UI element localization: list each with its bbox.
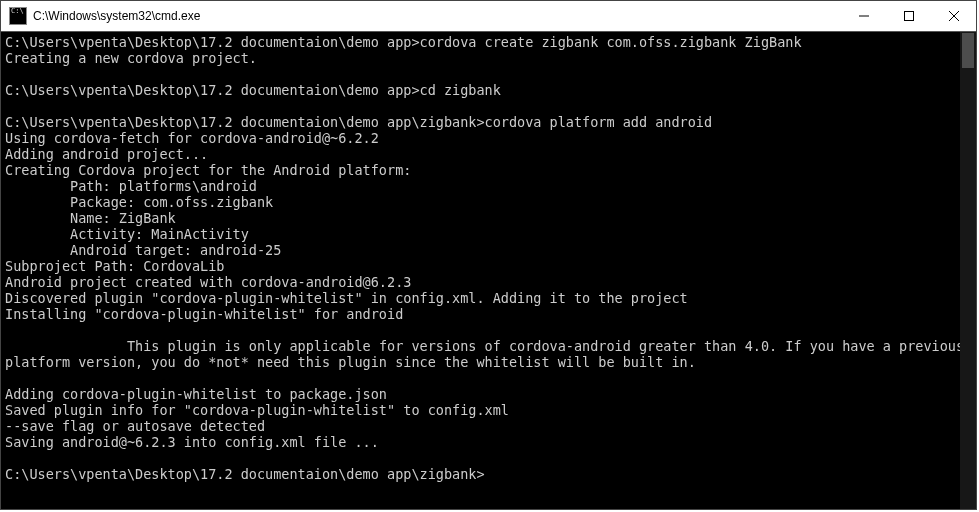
- output-line: Android target: android-25: [5, 242, 281, 258]
- cmd-icon: [9, 7, 27, 25]
- output-line: Name: ZigBank: [5, 210, 176, 226]
- output-line: Adding cordova-plugin-whitelist to packa…: [5, 386, 387, 402]
- window-controls: [841, 1, 976, 31]
- prompt: C:\Users\vpenta\Desktop\17.2 documentaio…: [5, 82, 420, 98]
- prompt: C:\Users\vpenta\Desktop\17.2 documentaio…: [5, 114, 485, 130]
- minimize-button[interactable]: [841, 1, 886, 31]
- output-line: Installing "cordova-plugin-whitelist" fo…: [5, 306, 403, 322]
- output-line: Creating a new cordova project.: [5, 50, 257, 66]
- output-line: Saving android@~6.2.3 into config.xml fi…: [5, 434, 379, 450]
- output-line: Package: com.ofss.zigbank: [5, 194, 273, 210]
- output-line: Subproject Path: CordovaLib: [5, 258, 224, 274]
- output-line: Path: platforms\android: [5, 178, 257, 194]
- command-text: cordova create zigbank com.ofss.zigbank …: [420, 34, 802, 50]
- command-text: cordova platform add android: [485, 114, 713, 130]
- output-line: Activity: MainActivity: [5, 226, 249, 242]
- output-line: Discovered plugin "cordova-plugin-whitel…: [5, 290, 688, 306]
- scrollbar[interactable]: [960, 32, 976, 509]
- cmd-window: C:\Windows\system32\cmd.exe C:\Users\vpe…: [0, 0, 977, 510]
- prompt: C:\Users\vpenta\Desktop\17.2 documentaio…: [5, 466, 485, 482]
- svg-rect-1: [904, 12, 913, 21]
- command-text: cd zigbank: [420, 82, 501, 98]
- output-line: Creating Cordova project for the Android…: [5, 162, 411, 178]
- window-title: C:\Windows\system32\cmd.exe: [33, 9, 841, 23]
- scrollbar-thumb[interactable]: [962, 33, 974, 68]
- titlebar[interactable]: C:\Windows\system32\cmd.exe: [1, 1, 976, 32]
- close-button[interactable]: [931, 1, 976, 31]
- prompt: C:\Users\vpenta\Desktop\17.2 documentaio…: [5, 34, 420, 50]
- maximize-button[interactable]: [886, 1, 931, 31]
- output-line: --save flag or autosave detected: [5, 418, 265, 434]
- output-line: Android project created with cordova-and…: [5, 274, 411, 290]
- output-line: Saved plugin info for "cordova-plugin-wh…: [5, 402, 509, 418]
- output-line: This plugin is only applicable for versi…: [5, 338, 972, 370]
- output-line: Using cordova-fetch for cordova-android@…: [5, 130, 379, 146]
- console-output[interactable]: C:\Users\vpenta\Desktop\17.2 documentaio…: [1, 32, 976, 509]
- output-line: Adding android project...: [5, 146, 208, 162]
